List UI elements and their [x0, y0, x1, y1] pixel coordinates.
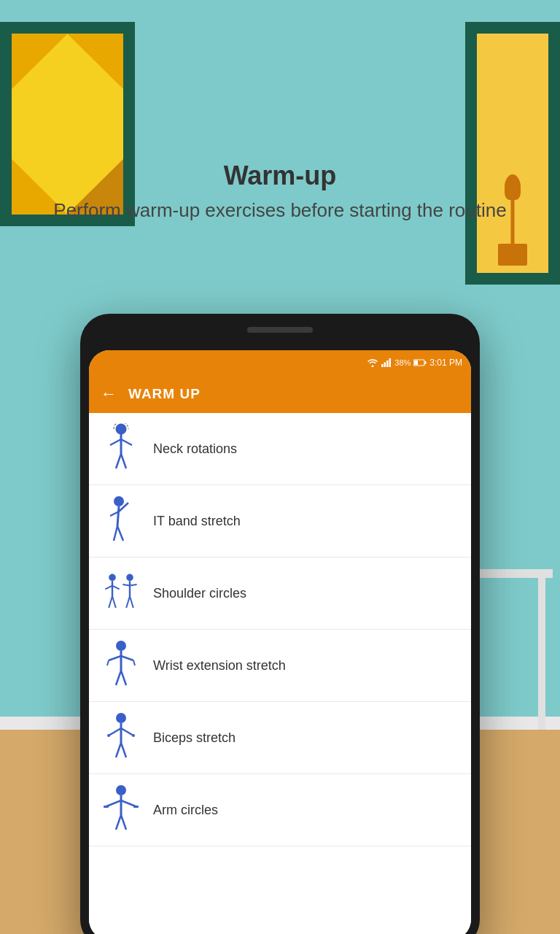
svg-line-47	[109, 728, 121, 736]
svg-rect-57	[104, 806, 109, 808]
svg-point-31	[126, 574, 133, 582]
svg-rect-9	[389, 358, 392, 367]
svg-line-18	[121, 454, 126, 468]
svg-line-15	[110, 439, 121, 445]
svg-line-33	[122, 584, 130, 586]
right-picture-frame	[465, 22, 560, 285]
svg-rect-7	[384, 363, 386, 368]
svg-line-17	[116, 454, 121, 468]
svg-rect-58	[133, 806, 139, 808]
svg-line-20	[117, 506, 119, 526]
wrist-extension-icon	[101, 640, 141, 691]
svg-point-13	[116, 424, 126, 434]
arm-circles-icon	[101, 784, 141, 835]
back-button[interactable]: ←	[101, 385, 117, 404]
svg-line-30	[112, 596, 116, 608]
exercise-item-arm-circles[interactable]: Arm circles	[89, 774, 471, 846]
svg-line-35	[126, 596, 130, 608]
status-bar: 38% 3:01 PM	[89, 350, 471, 375]
status-time: 3:01 PM	[429, 358, 462, 368]
svg-line-27	[105, 586, 112, 590]
it-band-stretch-icon	[101, 495, 141, 547]
svg-line-43	[116, 671, 121, 685]
svg-line-24	[117, 526, 123, 541]
svg-line-40	[121, 656, 133, 660]
svg-line-16	[121, 439, 132, 445]
svg-line-34	[130, 584, 137, 586]
svg-rect-8	[386, 360, 389, 367]
status-icons: 38% 3:01 PM	[367, 358, 462, 368]
svg-point-53	[116, 785, 126, 795]
svg-point-19	[114, 496, 124, 506]
svg-rect-12	[414, 360, 418, 365]
svg-line-39	[109, 656, 121, 660]
svg-line-52	[121, 743, 126, 757]
biceps-stretch-icon	[101, 712, 141, 763]
wifi-icon	[367, 358, 378, 367]
svg-rect-6	[381, 364, 384, 367]
svg-line-51	[116, 743, 121, 757]
phone-mockup: 38% 3:01 PM ← WARM UP	[80, 314, 480, 934]
svg-line-29	[109, 596, 112, 608]
exercise-name-biceps-stretch: Biceps stretch	[153, 730, 236, 746]
svg-point-45	[116, 713, 126, 723]
page-subtitle: Perform warm-up exercises before startin…	[0, 198, 560, 223]
signal-icon	[381, 358, 392, 367]
svg-line-42	[133, 660, 135, 665]
page-title: Warm-up	[0, 161, 560, 191]
exercise-item-neck-rotations[interactable]: Neck rotations	[89, 413, 471, 485]
exercise-list: Neck rotations	[89, 413, 471, 934]
page-header: Warm-up Perform warm-up exercises before…	[0, 161, 560, 223]
exercise-name-wrist-extension: Wrist extension stretch	[153, 658, 286, 674]
shoulder-circles-icon	[101, 568, 141, 619]
svg-line-59	[116, 815, 121, 830]
app-bar-title: WARM UP	[128, 386, 201, 402]
battery-percent: 38%	[394, 358, 411, 367]
svg-line-28	[112, 586, 120, 590]
svg-line-41	[107, 660, 109, 665]
svg-rect-11	[425, 361, 427, 364]
svg-line-56	[121, 800, 136, 806]
svg-line-36	[130, 596, 133, 608]
svg-point-37	[116, 641, 126, 651]
phone-speaker	[247, 327, 313, 333]
svg-point-50	[132, 734, 135, 737]
svg-line-44	[121, 671, 126, 685]
exercise-name-it-band-stretch: IT band stretch	[153, 514, 241, 529]
app-bar: ← WARM UP	[89, 375, 471, 413]
svg-line-60	[121, 815, 126, 830]
svg-point-25	[109, 574, 116, 582]
exercise-item-shoulder-circles[interactable]: Shoulder circles	[89, 557, 471, 630]
neck-rotations-icon	[101, 423, 141, 474]
phone-screen: 38% 3:01 PM ← WARM UP	[89, 350, 471, 934]
exercise-item-wrist-extension[interactable]: Wrist extension stretch	[89, 630, 471, 702]
svg-point-49	[107, 734, 110, 737]
svg-line-48	[121, 728, 133, 736]
exercise-item-it-band-stretch[interactable]: IT band stretch	[89, 485, 471, 557]
svg-line-55	[106, 800, 121, 806]
exercise-name-neck-rotations: Neck rotations	[153, 441, 237, 457]
exercise-name-shoulder-circles: Shoulder circles	[153, 586, 246, 601]
exercise-name-arm-circles: Arm circles	[153, 803, 218, 818]
exercise-item-biceps-stretch[interactable]: Biceps stretch	[89, 702, 471, 774]
svg-line-23	[114, 526, 117, 541]
battery-icon	[413, 359, 427, 366]
